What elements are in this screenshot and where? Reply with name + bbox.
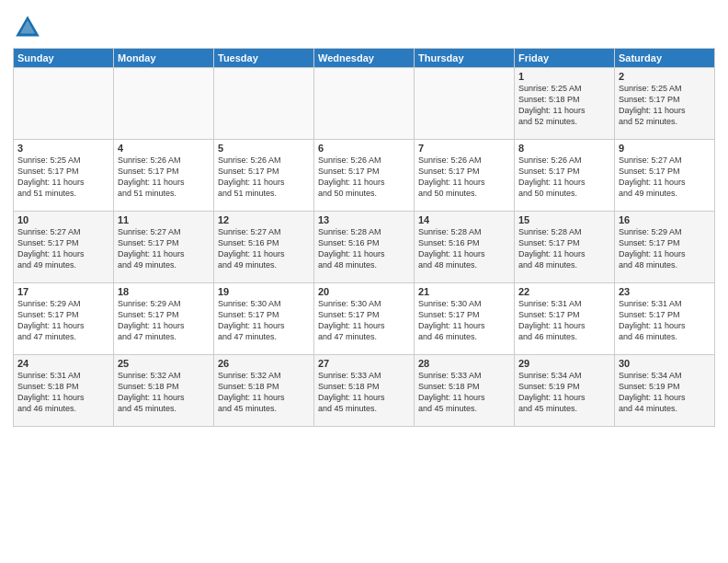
- calendar-cell: 10Sunrise: 5:27 AMSunset: 5:17 PMDayligh…: [14, 212, 114, 283]
- day-info: Sunrise: 5:26 AMSunset: 5:17 PMDaylight:…: [118, 155, 210, 200]
- weekday-header: Wednesday: [314, 49, 415, 68]
- day-info: Sunrise: 5:29 AMSunset: 5:17 PMDaylight:…: [118, 298, 210, 343]
- calendar-cell: 19Sunrise: 5:30 AMSunset: 5:17 PMDayligh…: [214, 283, 314, 355]
- day-info: Sunrise: 5:33 AMSunset: 5:18 PMDaylight:…: [318, 370, 410, 415]
- day-number: 20: [318, 286, 410, 297]
- weekday-header: Monday: [114, 49, 214, 68]
- calendar-week-row: 17Sunrise: 5:29 AMSunset: 5:17 PMDayligh…: [14, 283, 715, 355]
- calendar-cell: [415, 68, 515, 140]
- calendar-cell: [214, 68, 314, 140]
- calendar-cell: 2Sunrise: 5:25 AMSunset: 5:17 PMDaylight…: [615, 68, 715, 140]
- weekday-header: Saturday: [615, 49, 715, 68]
- calendar-cell: 23Sunrise: 5:31 AMSunset: 5:17 PMDayligh…: [615, 283, 715, 355]
- calendar-page: SundayMondayTuesdayWednesdayThursdayFrid…: [0, 0, 728, 563]
- day-info: Sunrise: 5:27 AMSunset: 5:17 PMDaylight:…: [17, 226, 109, 271]
- calendar-cell: 18Sunrise: 5:29 AMSunset: 5:17 PMDayligh…: [114, 283, 214, 355]
- calendar-cell: 15Sunrise: 5:28 AMSunset: 5:17 PMDayligh…: [515, 212, 615, 283]
- day-number: 14: [418, 214, 510, 225]
- calendar-cell: 22Sunrise: 5:31 AMSunset: 5:17 PMDayligh…: [515, 283, 615, 355]
- day-info: Sunrise: 5:28 AMSunset: 5:16 PMDaylight:…: [418, 226, 510, 271]
- calendar-cell: 29Sunrise: 5:34 AMSunset: 5:19 PMDayligh…: [515, 355, 615, 427]
- day-number: 9: [619, 143, 711, 154]
- day-info: Sunrise: 5:31 AMSunset: 5:18 PMDaylight:…: [17, 370, 109, 415]
- day-number: 1: [518, 71, 610, 82]
- day-number: 8: [518, 143, 610, 154]
- calendar-cell: [314, 68, 415, 140]
- calendar-cell: [114, 68, 214, 140]
- day-number: 30: [619, 358, 711, 369]
- calendar-header-row: SundayMondayTuesdayWednesdayThursdayFrid…: [14, 49, 715, 68]
- calendar-table: SundayMondayTuesdayWednesdayThursdayFrid…: [13, 48, 715, 427]
- day-info: Sunrise: 5:31 AMSunset: 5:17 PMDaylight:…: [619, 298, 711, 343]
- day-info: Sunrise: 5:29 AMSunset: 5:17 PMDaylight:…: [17, 298, 109, 343]
- calendar-week-row: 24Sunrise: 5:31 AMSunset: 5:18 PMDayligh…: [14, 355, 715, 427]
- day-number: 16: [619, 214, 711, 225]
- day-number: 29: [518, 358, 610, 369]
- day-info: Sunrise: 5:30 AMSunset: 5:17 PMDaylight:…: [418, 298, 510, 343]
- day-number: 27: [318, 358, 410, 369]
- day-info: Sunrise: 5:25 AMSunset: 5:18 PMDaylight:…: [518, 83, 610, 128]
- calendar-cell: 12Sunrise: 5:27 AMSunset: 5:16 PMDayligh…: [214, 212, 314, 283]
- day-info: Sunrise: 5:26 AMSunset: 5:17 PMDaylight:…: [418, 155, 510, 200]
- day-number: 3: [17, 143, 109, 154]
- day-info: Sunrise: 5:28 AMSunset: 5:17 PMDaylight:…: [518, 226, 610, 271]
- calendar-cell: [14, 68, 114, 140]
- day-info: Sunrise: 5:31 AMSunset: 5:17 PMDaylight:…: [518, 298, 610, 343]
- day-number: 2: [619, 71, 711, 82]
- day-number: 12: [218, 214, 310, 225]
- calendar-week-row: 1Sunrise: 5:25 AMSunset: 5:18 PMDaylight…: [14, 68, 715, 140]
- calendar-cell: 21Sunrise: 5:30 AMSunset: 5:17 PMDayligh…: [415, 283, 515, 355]
- day-info: Sunrise: 5:32 AMSunset: 5:18 PMDaylight:…: [118, 370, 210, 415]
- day-number: 5: [218, 143, 310, 154]
- calendar-cell: 30Sunrise: 5:34 AMSunset: 5:19 PMDayligh…: [615, 355, 715, 427]
- day-info: Sunrise: 5:34 AMSunset: 5:19 PMDaylight:…: [619, 370, 711, 415]
- day-number: 7: [418, 143, 510, 154]
- weekday-header: Thursday: [415, 49, 515, 68]
- calendar-body: 1Sunrise: 5:25 AMSunset: 5:18 PMDaylight…: [14, 68, 715, 427]
- day-number: 24: [17, 358, 109, 369]
- day-info: Sunrise: 5:25 AMSunset: 5:17 PMDaylight:…: [17, 155, 109, 200]
- day-info: Sunrise: 5:28 AMSunset: 5:16 PMDaylight:…: [318, 226, 410, 271]
- day-number: 4: [118, 143, 210, 154]
- calendar-cell: 27Sunrise: 5:33 AMSunset: 5:18 PMDayligh…: [314, 355, 415, 427]
- logo: [13, 13, 44, 42]
- day-info: Sunrise: 5:27 AMSunset: 5:17 PMDaylight:…: [619, 155, 711, 200]
- calendar-cell: 4Sunrise: 5:26 AMSunset: 5:17 PMDaylight…: [114, 140, 214, 212]
- calendar-cell: 20Sunrise: 5:30 AMSunset: 5:17 PMDayligh…: [314, 283, 415, 355]
- calendar-cell: 25Sunrise: 5:32 AMSunset: 5:18 PMDayligh…: [114, 355, 214, 427]
- day-number: 19: [218, 286, 310, 297]
- calendar-cell: 1Sunrise: 5:25 AMSunset: 5:18 PMDaylight…: [515, 68, 615, 140]
- calendar-cell: 5Sunrise: 5:26 AMSunset: 5:17 PMDaylight…: [214, 140, 314, 212]
- day-info: Sunrise: 5:34 AMSunset: 5:19 PMDaylight:…: [518, 370, 610, 415]
- weekday-header: Tuesday: [214, 49, 314, 68]
- day-info: Sunrise: 5:30 AMSunset: 5:17 PMDaylight:…: [218, 298, 310, 343]
- calendar-cell: 11Sunrise: 5:27 AMSunset: 5:17 PMDayligh…: [114, 212, 214, 283]
- day-number: 17: [17, 286, 109, 297]
- day-number: 15: [518, 214, 610, 225]
- calendar-cell: 9Sunrise: 5:27 AMSunset: 5:17 PMDaylight…: [615, 140, 715, 212]
- day-number: 22: [518, 286, 610, 297]
- day-number: 6: [318, 143, 410, 154]
- day-number: 10: [17, 214, 109, 225]
- day-info: Sunrise: 5:26 AMSunset: 5:17 PMDaylight:…: [518, 155, 610, 200]
- day-info: Sunrise: 5:29 AMSunset: 5:17 PMDaylight:…: [619, 226, 711, 271]
- day-info: Sunrise: 5:32 AMSunset: 5:18 PMDaylight:…: [218, 370, 310, 415]
- calendar-week-row: 10Sunrise: 5:27 AMSunset: 5:17 PMDayligh…: [14, 212, 715, 283]
- day-number: 18: [118, 286, 210, 297]
- weekday-header: Friday: [515, 49, 615, 68]
- day-number: 21: [418, 286, 510, 297]
- day-info: Sunrise: 5:26 AMSunset: 5:17 PMDaylight:…: [218, 155, 310, 200]
- calendar-cell: 3Sunrise: 5:25 AMSunset: 5:17 PMDaylight…: [14, 140, 114, 212]
- calendar-cell: 8Sunrise: 5:26 AMSunset: 5:17 PMDaylight…: [515, 140, 615, 212]
- page-header: [13, 9, 715, 42]
- weekday-header: Sunday: [14, 49, 114, 68]
- day-number: 25: [118, 358, 210, 369]
- calendar-cell: 26Sunrise: 5:32 AMSunset: 5:18 PMDayligh…: [214, 355, 314, 427]
- calendar-week-row: 3Sunrise: 5:25 AMSunset: 5:17 PMDaylight…: [14, 140, 715, 212]
- calendar-cell: 24Sunrise: 5:31 AMSunset: 5:18 PMDayligh…: [14, 355, 114, 427]
- day-number: 23: [619, 286, 711, 297]
- day-info: Sunrise: 5:27 AMSunset: 5:16 PMDaylight:…: [218, 226, 310, 271]
- day-number: 26: [218, 358, 310, 369]
- day-number: 28: [418, 358, 510, 369]
- calendar-cell: 17Sunrise: 5:29 AMSunset: 5:17 PMDayligh…: [14, 283, 114, 355]
